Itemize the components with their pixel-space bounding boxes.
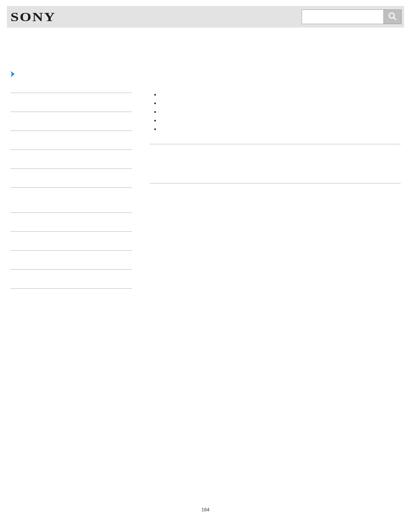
svg-line-1	[394, 17, 396, 20]
sidebar-item-0[interactable]	[10, 74, 132, 93]
page-number: 164	[0, 507, 411, 512]
search-container	[302, 9, 402, 24]
bullet-list	[150, 91, 401, 132]
main-content	[150, 91, 401, 289]
sidebar-item-8[interactable]	[10, 232, 132, 251]
search-button[interactable]	[383, 9, 402, 24]
sidebar-item-1[interactable]	[10, 93, 132, 112]
list-item	[160, 109, 401, 115]
brand-logo: SONY	[9, 9, 56, 24]
sidebar-item-5[interactable]	[10, 169, 132, 188]
sidebar-item-4[interactable]	[10, 150, 132, 169]
list-item	[160, 126, 401, 132]
content-divider	[150, 183, 401, 184]
sidebar-item-6[interactable]	[10, 188, 132, 213]
chevron-right-icon	[10, 71, 16, 80]
list-item	[160, 91, 401, 97]
search-input[interactable]	[302, 9, 383, 24]
sidebar-item-2[interactable]	[10, 112, 132, 131]
sidebar-item-3[interactable]	[10, 131, 132, 150]
sidebar-item-7[interactable]	[10, 213, 132, 232]
sidebar-item-9[interactable]	[10, 251, 132, 270]
sidebar-item-10[interactable]	[10, 270, 132, 289]
list-item	[160, 100, 401, 106]
search-icon	[388, 12, 397, 22]
header-bar: SONY	[7, 6, 404, 28]
content-divider	[150, 144, 401, 144]
list-item	[160, 117, 401, 123]
sidebar-nav	[10, 74, 132, 289]
svg-point-0	[389, 13, 394, 18]
